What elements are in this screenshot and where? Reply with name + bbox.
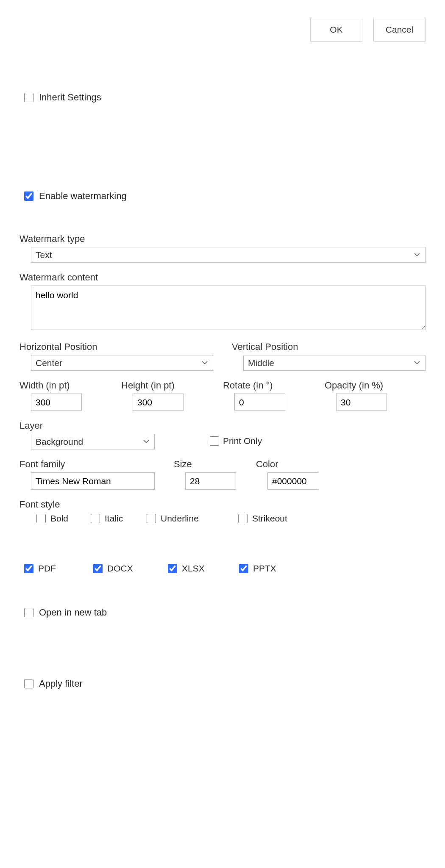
underline-label: Underline: [161, 513, 199, 524]
pdf-checkbox[interactable]: [24, 564, 33, 573]
layer-value: Background: [36, 437, 83, 447]
font-size-input[interactable]: [185, 472, 236, 490]
apply-filter-label: Apply filter: [39, 678, 83, 689]
font-style-label: Font style: [19, 499, 426, 510]
rotate-input[interactable]: [234, 394, 285, 411]
watermark-content-label: Watermark content: [19, 272, 426, 283]
vertical-position-value: Middle: [248, 358, 274, 368]
pptx-checkbox[interactable]: [239, 564, 248, 573]
pdf-label: PDF: [38, 563, 56, 574]
horizontal-position-label: Horizontal Position: [19, 341, 213, 352]
opacity-input[interactable]: [336, 394, 387, 411]
font-color-label: Color: [256, 459, 320, 470]
docx-checkbox[interactable]: [93, 564, 103, 573]
xlsx-label: XLSX: [182, 563, 205, 574]
font-size-label: Size: [174, 459, 237, 470]
watermark-type-value: Text: [36, 250, 52, 260]
bold-label: Bold: [50, 513, 68, 524]
watermark-type-select[interactable]: Text: [31, 247, 426, 263]
inherit-settings-checkbox[interactable]: [24, 93, 33, 102]
bold-checkbox[interactable]: [36, 514, 46, 523]
width-input[interactable]: [31, 394, 82, 411]
vertical-position-select[interactable]: Middle: [243, 355, 426, 371]
underline-checkbox[interactable]: [147, 514, 156, 523]
watermark-content-textarea[interactable]: [31, 286, 426, 330]
height-input[interactable]: [133, 394, 184, 411]
horizontal-position-value: Center: [36, 358, 62, 368]
xlsx-checkbox[interactable]: [168, 564, 177, 573]
layer-label: Layer: [19, 420, 426, 431]
layer-select[interactable]: Background: [31, 434, 155, 449]
font-family-input[interactable]: [31, 472, 155, 490]
watermark-type-label: Watermark type: [19, 233, 426, 244]
print-only-label: Print Only: [223, 436, 262, 446]
opacity-label: Opacity (in %): [325, 380, 426, 391]
strikeout-label: Strikeout: [252, 513, 287, 524]
italic-label: Italic: [105, 513, 123, 524]
cancel-button[interactable]: Cancel: [373, 18, 426, 42]
ok-button[interactable]: OK: [310, 18, 362, 42]
docx-label: DOCX: [107, 563, 133, 574]
enable-watermarking-checkbox[interactable]: [24, 191, 33, 201]
pptx-label: PPTX: [253, 563, 276, 574]
font-color-input[interactable]: [267, 472, 318, 490]
enable-watermarking-label: Enable watermarking: [39, 191, 127, 202]
apply-filter-checkbox[interactable]: [24, 679, 33, 688]
print-only-checkbox[interactable]: [210, 436, 219, 446]
height-label: Height (in pt): [121, 380, 222, 391]
rotate-label: Rotate (in °): [223, 380, 324, 391]
horizontal-position-select[interactable]: Center: [31, 355, 213, 371]
strikeout-checkbox[interactable]: [238, 514, 248, 523]
open-in-new-tab-checkbox[interactable]: [24, 608, 33, 617]
inherit-settings-label: Inherit Settings: [39, 92, 101, 103]
width-label: Width (in pt): [19, 380, 120, 391]
open-in-new-tab-label: Open in new tab: [39, 607, 107, 618]
vertical-position-label: Vertical Position: [232, 341, 426, 352]
font-family-label: Font family: [19, 459, 155, 470]
italic-checkbox[interactable]: [91, 514, 100, 523]
